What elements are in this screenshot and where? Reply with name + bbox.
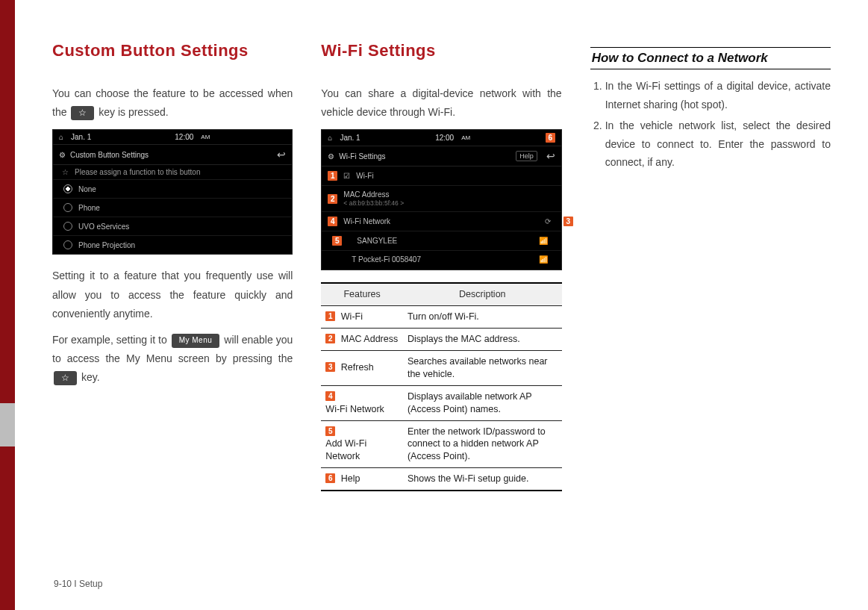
- page-footer: 9-10 I Setup: [54, 579, 102, 589]
- table-row: 3 Refresh Searches available networks ne…: [321, 351, 561, 386]
- status-time: 12:00: [435, 134, 454, 142]
- mac-value: < a8:b9:b3:bb:5f:46 >: [343, 199, 404, 207]
- status-date: Jan. 1: [71, 133, 91, 141]
- radio-icon: [63, 222, 72, 231]
- statusbar: ⌂ Jan. 1 12:00 AM 6: [322, 130, 561, 146]
- refresh-icon: ⟳: [545, 217, 551, 225]
- feat-name: Wi-Fi: [341, 311, 363, 323]
- intro-custom-button: You can choose the feature to be accesse…: [52, 84, 293, 122]
- feat-name: Help: [341, 473, 360, 485]
- radio-icon: [63, 203, 72, 212]
- assign-hint-row: ☆ Please assign a function to this butto…: [53, 165, 292, 180]
- wifi-toggle-row: 1 ☑ Wi-Fi: [322, 166, 561, 186]
- callout-1: 1: [328, 171, 337, 181]
- option-label: None: [78, 185, 96, 193]
- home-icon: ⌂: [328, 134, 332, 142]
- mac-label: MAC Address: [343, 190, 389, 199]
- table-row: 5 Add Wi-Fi Network Enter the network ID…: [321, 420, 561, 468]
- status-time: 12:00: [175, 133, 193, 141]
- back-icon: ↩: [546, 150, 555, 162]
- status-ampm: AM: [201, 134, 210, 140]
- feat-desc: Turn on/off Wi-Fi.: [403, 306, 562, 329]
- screen-title: Custom Button Settings: [70, 151, 149, 159]
- feat-name: Refresh: [341, 361, 374, 374]
- callout-2: 2: [325, 334, 335, 343]
- page-thumb-tab: [0, 403, 15, 446]
- callout-3: 3: [563, 217, 573, 226]
- option-projection: Phone Projection: [53, 236, 292, 254]
- table-row: 4 Wi-Fi Network Displays available netwo…: [321, 385, 561, 420]
- status-date: Jan. 1: [340, 134, 360, 142]
- intro-text-b: key is pressed.: [99, 106, 168, 118]
- network-name: SANGYLEE: [357, 237, 397, 245]
- page-content: Custom Button Settings You can choose th…: [52, 41, 831, 491]
- mac-block: MAC Address < a8:b9:b3:bb:5f:46 >: [343, 190, 404, 207]
- gear-icon: ⚙: [59, 151, 66, 159]
- column-custom-button: Custom Button Settings You can choose th…: [52, 41, 293, 491]
- screen-header: ⚙ Custom Button Settings ↩: [53, 145, 292, 165]
- screenshot-custom-button: ⌂ Jan. 1 12:00 AM ⚙ Custom Button Settin…: [52, 129, 293, 255]
- callout-4: 4: [325, 391, 335, 401]
- checkbox-icon: ☑: [343, 172, 350, 180]
- option-label: Phone: [78, 204, 100, 212]
- option-label: Phone Projection: [78, 241, 135, 249]
- network-name: T Pocket-Fi 0058407: [352, 255, 421, 264]
- para-example-c: key.: [81, 371, 100, 383]
- para-example: For example, setting it to My Menu will …: [52, 331, 293, 388]
- mac-row: 2 MAC Address < a8:b9:b3:bb:5f:46 >: [322, 186, 561, 212]
- radio-icon: [63, 240, 72, 249]
- heading-custom-button: Custom Button Settings: [52, 41, 293, 60]
- mymenu-key-chip: My Menu: [172, 334, 220, 348]
- back-icon: ↩: [277, 149, 286, 161]
- intro-wifi: You can share a digital-device network w…: [321, 84, 561, 122]
- features-table: Features Description 1 Wi-Fi Turn on/off…: [321, 282, 561, 491]
- option-none: None: [53, 180, 292, 199]
- home-icon: ⌂: [59, 133, 63, 141]
- para-example-a: For example, setting it to: [52, 334, 170, 346]
- feat-desc: Enter the network ID/password to connect…: [403, 420, 562, 468]
- star-icon: ☆: [62, 168, 69, 176]
- callout-5: 5: [332, 236, 342, 246]
- option-uvo: UVO eServices: [53, 217, 292, 236]
- screenshot-wifi: ⌂ Jan. 1 12:00 AM 6 ⚙ Wi-Fi Settings Hel…: [321, 129, 561, 270]
- option-phone: Phone: [53, 199, 292, 217]
- feat-name: Add Wi-Fi Network: [325, 438, 399, 463]
- feat-name: Wi-Fi Network: [325, 403, 384, 416]
- callout-6: 6: [325, 473, 335, 483]
- option-label: UVO eServices: [78, 222, 129, 231]
- column-howto: How to Connect to a Network In the Wi-Fi…: [590, 41, 831, 491]
- wifi-label: Wi-Fi: [356, 172, 373, 180]
- statusbar: ⌂ Jan. 1 12:00 AM: [53, 130, 292, 145]
- heading-wifi: Wi-Fi Settings: [321, 41, 561, 60]
- howto-steps: In the Wi-Fi settings of a digital devic…: [590, 77, 831, 172]
- network-item-2: T Pocket-Fi 0058407 📶: [322, 251, 561, 268]
- para-frequent: Setting it to a feature that you frequen…: [52, 267, 293, 323]
- callout-5: 5: [325, 426, 335, 436]
- wifi-signal-icon: 📶: [539, 255, 548, 264]
- screen-title: Wi-Fi Settings: [339, 152, 385, 161]
- screen-header: ⚙ Wi-Fi Settings Help ↩: [322, 146, 561, 166]
- step-2: In the vehicle network list, select the …: [605, 116, 831, 172]
- table-row: 6 Help Shows the Wi-Fi setup guide.: [321, 468, 561, 491]
- red-sidebar: [0, 0, 15, 610]
- feat-desc: Displays the MAC address.: [403, 329, 562, 351]
- wifi-network-label: Wi-Fi Network: [343, 217, 390, 225]
- help-button: Help: [516, 151, 537, 161]
- radio-icon: [63, 184, 72, 193]
- status-ampm: AM: [461, 134, 470, 141]
- star-key-icon: [71, 106, 94, 120]
- gear-icon: ⚙: [328, 152, 334, 161]
- feat-desc: Searches available networks near the veh…: [403, 351, 562, 386]
- wifi-network-row: 4 Wi-Fi Network ⟳ 3: [322, 212, 561, 231]
- feat-desc: Shows the Wi-Fi setup guide.: [403, 468, 562, 491]
- heading-howto: How to Connect to a Network: [590, 47, 831, 69]
- wifi-signal-icon: 📶: [539, 237, 548, 245]
- star-key-icon: [54, 371, 77, 385]
- feat-desc: Displays available network AP (Access Po…: [403, 385, 562, 420]
- callout-2: 2: [328, 194, 337, 204]
- column-wifi-settings: Wi-Fi Settings You can share a digital-d…: [321, 41, 561, 491]
- callout-4: 4: [328, 217, 337, 226]
- network-item-1: 5 SANGYLEE 📶: [322, 231, 561, 251]
- callout-3: 3: [325, 362, 335, 372]
- col-features: Features: [321, 283, 403, 305]
